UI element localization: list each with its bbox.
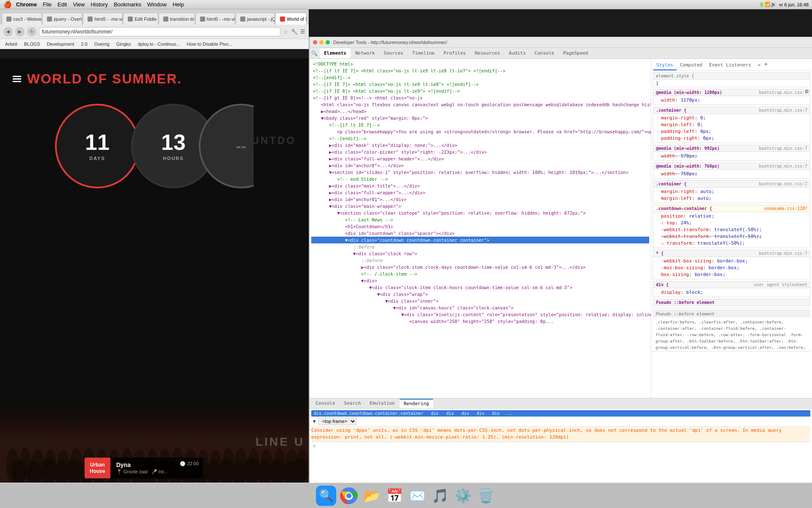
style-origin[interactable]: bootstrap.min.css:7 [759,90,807,95]
style-selector[interactable]: .container { [656,182,686,186]
dom-line-d17[interactable]: ▼<section id="slides-1" style="position:… [311,169,649,176]
dom-line-d6[interactable]: <!--[if gt IE 8]><!--> <html class="no-j… [311,94,649,101]
style-origin[interactable]: user agent stylesheet [754,282,807,287]
bookmark-item-3[interactable]: 2.0 [78,40,90,48]
console-input[interactable] [318,443,809,449]
style-selector[interactable]: * { [656,251,664,256]
bookmark-item-7[interactable]: How to Disable Pivo... [184,40,235,48]
menubar-file[interactable]: File [43,1,52,8]
prop-value[interactable]: border-box; [694,272,725,277]
dom-line-d32[interactable]: <!-- /.clock-item --> [311,271,649,277]
devtools-tab-audits[interactable]: Audits [505,48,530,58]
bookmark-item-4[interactable]: Overrig [92,40,112,48]
menu-icon[interactable]: ☰ [300,28,305,35]
console-tab-rendering[interactable]: Rendering [400,399,433,408]
tab-expand[interactable]: » [754,61,764,70]
prop-value[interactable]: translateY(-50%); [714,234,762,239]
dock-settings[interactable]: ⚙️ [453,486,473,506]
dock-music[interactable]: 🎵 [430,486,450,506]
browser-tab-t3[interactable]: html5 - -ms-viewport: cat...✕ [83,13,123,25]
back-button[interactable]: ◀ [3,27,13,36]
dom-line-d3[interactable]: <!--[endif]--> [311,74,649,81]
dock-finder[interactable]: 🔍 [316,486,336,506]
prop-value[interactable]: 0px; [703,135,714,141]
search-icon[interactable]: 🔍 [311,50,318,56]
dom-line-d22[interactable]: ▼<div class="main-wrapper"> [311,203,649,210]
dom-line-d28[interactable]: ::before [311,243,649,250]
prop-name[interactable]: margin-left [661,196,692,201]
prop-name[interactable]: display [661,290,680,295]
prop-value[interactable]: 970px; [680,153,697,159]
dock-chrome[interactable] [339,486,359,506]
dom-line-d11[interactable]: <p class="browsehappy">You are using an … [311,128,649,135]
devtools-tab-timeline[interactable]: Timeline [408,48,439,58]
prop-name[interactable]: -webkit-transform [661,227,709,232]
dom-line-d8[interactable]: ▶<head>...</head> [311,108,649,115]
prop-value[interactable]: auto; [697,196,711,201]
menubar-view[interactable]: View [73,1,85,8]
dom-line-d9[interactable]: ▼<body class="red" style="margin: 0px;"> [311,115,649,121]
prop-name[interactable]: -webkit-box-sizing [661,258,711,264]
browser-tab-t7[interactable]: javascript - jQuery mous...✕ [236,13,275,25]
browser-tab-t8[interactable]: World of Summer✕ [275,13,307,25]
prop-name[interactable]: padding-left [661,129,694,134]
style-selector[interactable]: .countdown-container { [656,206,712,211]
hamburger-icon[interactable] [13,76,21,82]
prop-value[interactable]: 0px; [700,129,712,134]
menubar-window[interactable]: Window [147,1,167,8]
tab-styles[interactable]: Styles [653,61,677,70]
frame-selector[interactable]: <top frame> [318,417,357,425]
dom-line-d33[interactable]: ▼<div> [311,277,649,284]
style-origin[interactable]: bootstrap.min.css:7 [759,164,807,168]
style-selector[interactable]: div { [656,282,669,287]
forward-button[interactable]: ▶ [15,27,25,36]
bookmark-star[interactable]: ☆ [283,28,288,35]
dock-mail[interactable]: ✉️ [407,486,428,506]
style-selector[interactable]: @media (min-width: 992px) [656,146,720,151]
dom-line-d13[interactable]: ▶<div id="mask" style="display: none;">.… [311,142,649,149]
dom-line-d15[interactable]: ▶<div class="full-wrapper header">...</d… [311,155,649,162]
menubar-history[interactable]: History [91,1,107,8]
bookmark-item-0[interactable]: Arbeit [3,40,20,48]
dom-line-d24[interactable]: <!-- Last News --> [311,216,649,223]
dom-line-d34[interactable]: ▼<div class="clock-item clock-hours coun… [311,284,649,291]
prop-name[interactable]: padding-right [661,135,697,141]
dock-folder1[interactable]: 📂 [362,486,382,506]
prop-name[interactable]: box-sizing [661,272,689,277]
prop-value[interactable]: relative; [689,213,714,219]
prop-name[interactable]: width [661,171,675,177]
dom-line-d14[interactable]: ▶<div class="color-picker" style="right:… [311,149,649,155]
reload-button[interactable]: ↻ [27,27,36,36]
apple-menu[interactable]: 🍎 [3,0,12,8]
bookmark-item-2[interactable]: Development [44,40,77,48]
traffic-light-close[interactable] [313,40,317,44]
style-selector[interactable]: Pseudo ::before element [656,300,714,305]
dom-line-d19[interactable]: ▶<div class="main-title">...</div> [311,182,649,189]
prop-value[interactable]: 24%; [680,220,692,226]
bookmark-item-6[interactable]: dploy.io - Continuo... [135,40,183,48]
menubar-edit[interactable]: Edit [58,1,67,8]
devtools-tab-profiles[interactable]: Profiles [439,48,470,58]
bookmark-item-1[interactable]: BLOGS [22,40,43,48]
prop-value[interactable]: border-box; [717,258,748,264]
dom-line-d25[interactable]: <h1>Countdown</h1> [311,223,649,230]
devtools-tab-console[interactable]: Console [530,48,558,58]
devtools-tab-elements[interactable]: Elements [320,48,351,58]
add-style-rule-button[interactable]: + [764,61,768,70]
style-selector[interactable]: @media (min-width: 1200px) [656,90,722,95]
style-origin[interactable]: bootstrap.min.css:7 [759,182,807,186]
dom-line-d18[interactable]: <!-- end Slider --> [311,176,649,182]
console-tab-console[interactable]: Console [311,399,339,408]
prop-value[interactable]: 750px; [680,171,697,177]
dom-line-d7[interactable]: <html class="no-js flexbox canvas canvas… [311,101,649,108]
dom-line-d39[interactable]: <canvas width="258" height="258" style="… [311,318,649,325]
prop-name[interactable]: width [661,97,675,103]
browser-tab-t2[interactable]: jquery - Overlapping cont...✕ [42,13,82,25]
prop-value[interactable]: block; [686,290,703,295]
browser-tab-t4[interactable]: Edit Fiddle - JSFiddle✕ [123,13,158,25]
prop-name[interactable]: margin-right [661,115,694,121]
prop-value[interactable]: border-box; [709,265,740,271]
dom-line-d36[interactable]: ▼<div class="inner"> [311,298,649,304]
dock-trash[interactable]: 🗑️ [476,486,496,506]
console-body[interactable]: div.countdown.countdown-container.contai… [310,409,812,483]
